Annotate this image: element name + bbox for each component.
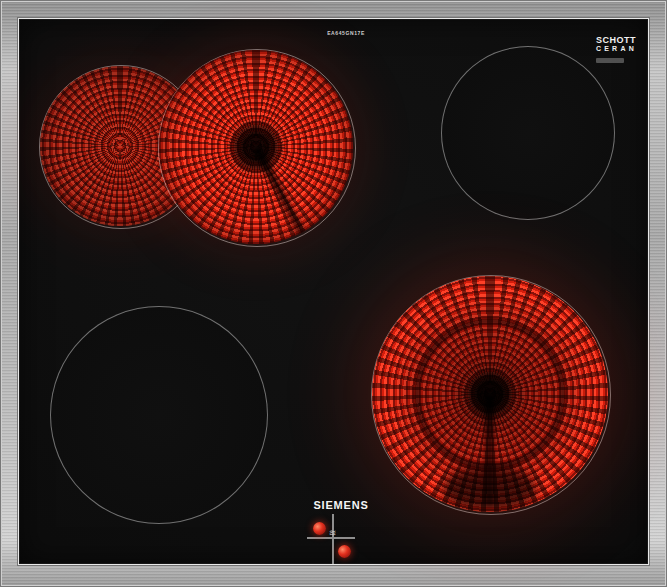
glass-ceramic-surface: EA645GN17E SCHOTT CERAN (20, 20, 647, 563)
limiter-rod-shadow (485, 394, 494, 506)
thermal-sensor-shadow (466, 370, 514, 418)
thermal-sensor-shadow (229, 120, 283, 174)
glowing-coil-right-circle (159, 50, 353, 244)
schott-logo-line1: SCHOTT (596, 36, 640, 45)
schott-smallprint-bar (596, 58, 624, 63)
rod-base-shadow (442, 466, 537, 512)
schott-ceran-logo: SCHOTT CERAN (596, 36, 640, 63)
glowing-coil-front-right (372, 276, 608, 512)
cooking-zone-front-left (50, 306, 268, 524)
limiter-rod-shadow (252, 145, 312, 244)
residual-heat-dot-2 (338, 545, 351, 558)
cooktop-photo: EA645GN17E SCHOTT CERAN (0, 0, 667, 587)
cooking-zone-back-right (441, 46, 615, 220)
residual-heat-dot-1 (313, 522, 326, 535)
siemens-wordmark: SIEMENS (312, 499, 370, 511)
residual-heat-icon: ≋ (325, 530, 339, 543)
inner-zone-ring-shadow (414, 318, 566, 470)
schott-logo-line2: CERAN (596, 45, 640, 53)
model-code-text: EA645GN17E (310, 30, 382, 36)
